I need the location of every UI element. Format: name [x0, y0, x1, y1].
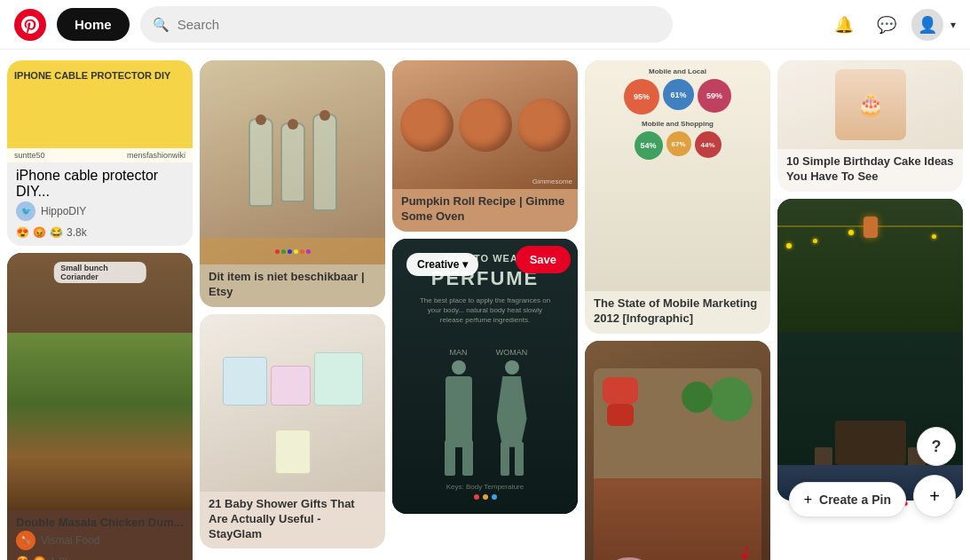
like-count: 3.8k — [67, 226, 87, 239]
cake-image: 🎂 — [835, 69, 906, 140]
pinterest-logo[interactable] — [14, 9, 46, 41]
pin-title: The State of Mobile Marketing 2012 [Info… — [585, 291, 770, 334]
heart-icon: 😍 — [16, 556, 29, 560]
source-tag: suntte50 mensfashionwiki — [7, 148, 193, 162]
pin-title: Pumpkin Roll Recipe | Gimme Some Oven — [392, 189, 578, 232]
create-pin-label: Create a Pin — [819, 493, 891, 507]
pin-user: Vismai Food — [41, 534, 99, 547]
pin-sub: 🐦 HippoDIY — [7, 201, 193, 226]
search-bar: 🔍 — [140, 6, 673, 43]
plus-icon: + — [804, 492, 812, 508]
pin-title: 10 Simple Birthday Cake Ideas You Have T… — [777, 149, 963, 192]
stat2: 61% — [663, 79, 694, 110]
chevron-down-icon: ▾ — [462, 258, 468, 271]
pin-user: HippoDIY — [41, 205, 86, 217]
fab-plus-button[interactable]: + — [913, 475, 956, 517]
pin-card[interactable]: Dit item is niet beschikbaar | Etsy — [200, 60, 385, 307]
stat5: 67% — [666, 131, 691, 156]
save-button-area: Save — [516, 246, 571, 273]
infographic-title: Mobile and Local — [592, 67, 763, 75]
pin-likes: 😍 😡 😂 3.8k — [7, 226, 193, 246]
woman-label: WOMAN — [496, 348, 528, 357]
chevron-down-icon[interactable]: ▾ — [950, 19, 956, 31]
stat3: 59% — [698, 79, 731, 113]
message-button[interactable]: 💬 — [869, 7, 904, 43]
bell-button[interactable]: 🔔 — [826, 7, 862, 43]
keys-label: Keys: Body Temperature — [446, 483, 524, 491]
pin-image-text: IPHONE CABLE PROTECTOR DIY — [14, 69, 185, 83]
pin-card[interactable]: IPHONE CABLE PROTECTOR DIY suntte50 mens… — [7, 60, 193, 246]
pinterest-logo-icon — [21, 16, 39, 34]
board-select-button[interactable]: Creative ▾ — [406, 253, 478, 276]
pin-likes: 😍 😡 1.3k — [7, 556, 193, 560]
pin-card[interactable]: ↙ — [585, 341, 770, 560]
create-pin-bar[interactable]: + Create a Pin — [789, 482, 906, 517]
man-label: MAN — [450, 348, 468, 357]
pin-title: Dit item is niet beschikbaar | Etsy — [200, 264, 385, 307]
nav-icons: 🔔 💬 👤 ▾ — [826, 7, 956, 43]
stat4: 54% — [635, 131, 663, 160]
pin-card[interactable]: 🎂 10 Simple Birthday Cake Ideas You Have… — [777, 60, 963, 192]
user-avatar: 🍗 — [16, 531, 35, 550]
search-icon: 🔍 — [153, 17, 170, 33]
navbar: Home 🔍 🔔 💬 👤 ▾ — [0, 0, 970, 50]
badge: Small bunch Coriander — [53, 262, 146, 283]
pin-title: Double Masala Chicken Dum... — [7, 510, 193, 531]
pin-card[interactable]: 21 Baby Shower Gifts That Are Actually U… — [200, 314, 385, 549]
like-count: 1.3k — [50, 556, 70, 560]
stat1: 95% — [624, 79, 659, 114]
pin-title: iPhone cable protector DIY... — [7, 162, 193, 201]
save-button[interactable]: Save — [516, 246, 571, 273]
angry-icon: 😡 — [33, 226, 46, 239]
search-input[interactable] — [140, 6, 673, 43]
infographic-subtitle: Mobile and Shopping — [592, 120, 763, 128]
board-select-label: Creative — [417, 258, 459, 271]
heart-icon: 😍 — [16, 226, 29, 239]
source-right: mensfashionwiki — [127, 151, 185, 160]
source-left: suntte50 — [14, 151, 45, 160]
pin-title: 21 Baby Shower Gifts That Are Actually U… — [200, 492, 385, 549]
card-body: The best place to apply the fragrances o… — [416, 296, 553, 326]
bell-wrapper: 🔔 — [826, 7, 862, 43]
help-button[interactable]: ? — [917, 427, 956, 466]
stat6: 44% — [695, 131, 722, 158]
home-button[interactable]: Home — [57, 8, 130, 41]
angry-icon: 😡 — [33, 556, 46, 560]
user-avatar: 🐦 — [16, 201, 35, 221]
laugh-icon: 😂 — [50, 226, 63, 239]
avatar[interactable]: 👤 — [911, 9, 943, 41]
pin-sub: 🍗 Vismai Food — [7, 531, 193, 556]
pin-card[interactable]: Small bunch Coriander Double Masala Chic… — [7, 253, 193, 560]
pin-card[interactable]: Gimmesome Pumpkin Roll Recipe | Gimme So… — [392, 60, 578, 232]
pin-card[interactable]: Mobile and Local 95% 61% 59% Mobile and … — [585, 60, 770, 334]
pin-card[interactable]: HOW TO WEAR PERFUME The best place to ap… — [392, 239, 578, 514]
